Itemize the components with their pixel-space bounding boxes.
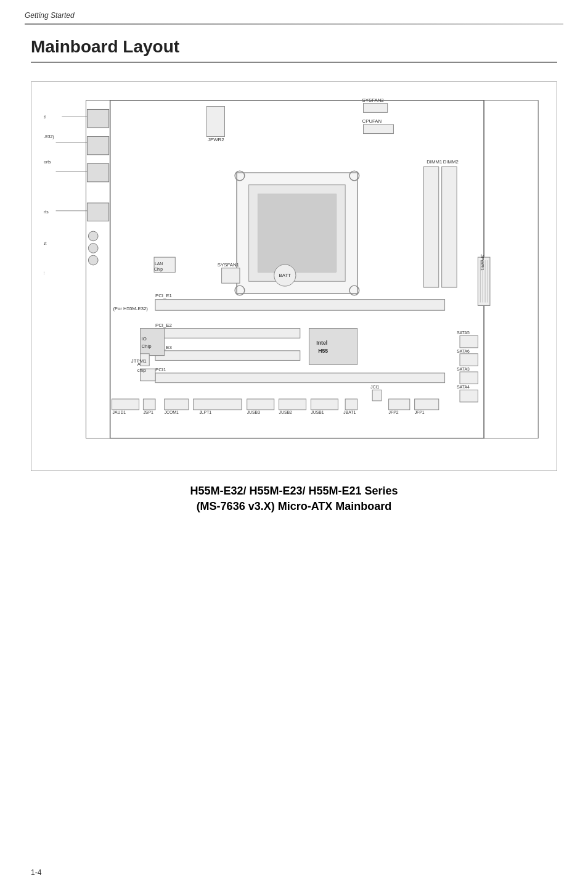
svg-rect-2 [484, 101, 538, 438]
svg-rect-31 [112, 399, 139, 410]
intel-h55-label2: H55 [318, 348, 328, 354]
io-chip-label2: Chip [141, 343, 152, 349]
sata4-label: SATA4 [457, 385, 470, 389]
section-header: Getting Started [0, 0, 588, 23]
jusb3-label: JUSB3 [247, 411, 260, 415]
svg-rect-34 [194, 399, 242, 410]
usb-ports-label: USB ports [44, 160, 51, 165]
svg-rect-33 [165, 399, 189, 410]
pci1-label: PCI1 [155, 367, 166, 372]
caption-title: H55M-E32/ H55M-E23/ H55M-E21 Series (MS-… [31, 483, 557, 514]
svg-rect-25 [309, 329, 357, 365]
svg-rect-35 [247, 399, 274, 410]
jfp2-label: JFP2 [389, 411, 399, 415]
jusb1-label: JUSB1 [311, 411, 324, 415]
jpwr1-label: JPWR1 [480, 254, 485, 270]
svg-rect-24 [141, 329, 165, 356]
bottom-keyboard-label: Bottom:keyboard [44, 115, 46, 120]
m-line-out-label: M:Line-Out [44, 241, 47, 245]
sysfan1-label: SYSFAN1 [218, 262, 239, 268]
svg-rect-45 [460, 390, 478, 402]
svg-rect-49 [87, 203, 108, 221]
pcie2-label: PCI_E2 [155, 322, 172, 328]
sata5-label: SATA5 [457, 331, 470, 335]
bottom-usb2-label: Bottom: USB ports [44, 210, 49, 215]
svg-rect-48 [87, 164, 108, 182]
board-svg: DIMM1 DIMM2 JPWR1 JPWR2 SYSFAN2 CPUFAN P… [44, 94, 544, 456]
io-chip-label: IO [141, 336, 146, 342]
jbat1-label: JBAT1 [343, 411, 356, 415]
intel-h55-label: Intel [316, 340, 327, 346]
jsp1-label: JSP1 [143, 411, 153, 415]
svg-point-50 [88, 231, 98, 241]
svg-point-52 [88, 255, 98, 265]
page-number: 1-4 [31, 868, 41, 877]
svg-rect-26 [222, 268, 240, 283]
audio-chip-label: chip [137, 368, 147, 373]
svg-rect-37 [311, 399, 338, 410]
jpwr2-label: JPWR2 [208, 137, 224, 142]
sysfan2-label: SYSFAN2 [362, 97, 384, 103]
jusb2-label: JUSB2 [279, 411, 292, 415]
top-usb-label: Top: USB ports (for H55M-E32) [44, 134, 54, 139]
content-area: Mainboard Layout DIMM1 DIMM2 [0, 25, 588, 539]
svg-rect-40 [389, 399, 410, 410]
jaud1-label: JAUD1 [113, 411, 126, 415]
svg-rect-17 [206, 107, 224, 137]
svg-rect-32 [143, 399, 155, 410]
jlpt1-label: JLPT1 [199, 411, 211, 415]
dimm2-label: DIMM2 [443, 160, 459, 165]
svg-rect-38 [345, 399, 357, 410]
mainboard-diagram: DIMM1 DIMM2 JPWR1 JPWR2 SYSFAN2 CPUFAN P… [31, 81, 557, 471]
svg-rect-11 [442, 166, 457, 287]
svg-rect-42 [460, 335, 478, 348]
pcie1-label: PCI_E1 [155, 293, 172, 298]
lan-chip-label: LAN [155, 261, 163, 266]
page-title: Mainboard Layout [31, 37, 557, 63]
svg-rect-41 [415, 399, 439, 410]
cpufan-label: CPUFAN [362, 118, 382, 124]
svg-rect-36 [279, 399, 306, 410]
svg-rect-46 [87, 109, 108, 127]
sata3-label: SATA3 [457, 367, 470, 371]
svg-rect-22 [155, 351, 300, 361]
svg-rect-39 [372, 390, 382, 401]
svg-rect-19 [364, 125, 394, 134]
svg-rect-44 [460, 372, 478, 384]
m-cs-out-label: M:CS-Out [44, 271, 44, 276]
jci1-label: JCI1 [370, 385, 379, 389]
svg-rect-21 [155, 329, 300, 339]
jfp1-label: JFP1 [415, 411, 425, 415]
batt-label: BATT [279, 273, 292, 278]
caption-area: H55M-E32/ H55M-E23/ H55M-E21 Series (MS-… [31, 483, 557, 514]
svg-rect-10 [423, 166, 438, 287]
svg-rect-43 [460, 354, 478, 366]
section-label: Getting Started [25, 11, 75, 20]
dimm1-label: DIMM1 [427, 160, 442, 165]
lan-chip-label2: Chip [154, 267, 163, 272]
jtpm1-label: JTPM1 [131, 358, 147, 364]
svg-rect-5 [258, 194, 336, 272]
caption-line1: H55M-E32/ H55M-E23/ H55M-E21 Series [190, 485, 398, 497]
for-h55m-label: (For H55M-E32) [113, 306, 149, 311]
svg-rect-47 [87, 136, 108, 154]
sata6-label: SATA6 [457, 349, 470, 353]
svg-point-51 [88, 244, 98, 253]
svg-rect-18 [364, 104, 388, 113]
caption-line2: (MS-7636 v3.X) Micro-ATX Mainboard [197, 500, 392, 512]
jcom1-label: JCOM1 [165, 411, 179, 415]
svg-rect-23 [155, 373, 445, 383]
svg-rect-20 [155, 300, 445, 311]
